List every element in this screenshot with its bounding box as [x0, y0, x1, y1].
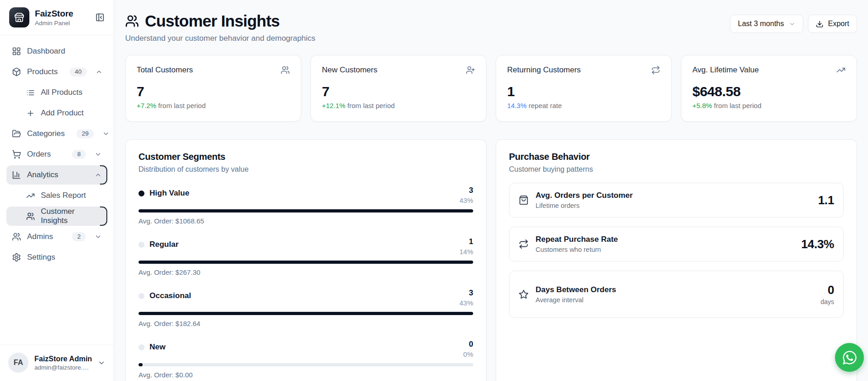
main-content: Customer Insights Understand your custom… [114, 0, 868, 381]
stat-delta-suffix: from last period [345, 102, 395, 109]
chevron-down-icon [789, 21, 796, 27]
sidebar-header: FaizStore Admin Panel [0, 0, 114, 35]
segment-avg-order: Avg. Order: $182.64 [138, 320, 473, 327]
segment-count: 1 [459, 237, 473, 246]
sidebar-item-label: Products [27, 67, 58, 76]
users-icon [26, 212, 35, 221]
stat-value: 1 [507, 84, 660, 99]
products-count-badge: 40 [70, 67, 87, 76]
behavior-sublabel: Customers who return [536, 246, 794, 253]
package-icon [12, 67, 21, 76]
users-icon [281, 65, 290, 75]
stat-value: 7 [322, 84, 475, 99]
stat-value: $648.58 [692, 84, 846, 99]
segment-dot [138, 190, 144, 196]
behavior-value: 0 [820, 283, 834, 297]
stat-delta: +7.2% [137, 102, 156, 109]
sidebar-item-admins[interactable]: Admins 2 [6, 227, 107, 246]
date-range-value: Last 3 months [738, 20, 784, 28]
stat-delta: +12.1% [322, 102, 345, 109]
segment-percent: 0% [463, 350, 473, 358]
user-plus-icon [466, 65, 475, 75]
stat-delta-suffix: from last period [156, 102, 206, 109]
sidebar-item-settings[interactable]: Settings [6, 248, 107, 267]
behavior-row-days-between: Days Between Orders Average interval 0 d… [509, 271, 844, 318]
stat-card-avg-lifetime-value: Avg. Lifetime Value $648.58 +5.8% from l… [681, 55, 857, 122]
segment-name: New [149, 343, 166, 352]
segment-count: 3 [459, 288, 473, 298]
stats-row: Total Customers 7 +7.2% from last period… [125, 55, 857, 122]
stat-delta-suffix: repeat rate [527, 102, 562, 109]
stat-delta: 14.3% [507, 102, 527, 109]
segment-name: Occasional [149, 291, 191, 300]
trending-up-icon [26, 191, 35, 200]
sidebar-collapse-button[interactable] [94, 12, 105, 23]
segment-count: 0 [463, 340, 473, 349]
behavior-sublabel: Lifetime orders [536, 202, 811, 209]
sidebar-item-categories[interactable]: Categories 29 [6, 124, 107, 143]
sidebar-item-all-products[interactable]: All Products [6, 83, 107, 102]
chevron-down-icon [94, 151, 102, 158]
sidebar-item-products[interactable]: Products 40 [6, 62, 107, 82]
segment-bar [138, 312, 473, 315]
bar-chart-icon [12, 170, 21, 180]
store-logo [9, 7, 29, 27]
chevron-down-icon [94, 233, 102, 240]
categories-count-badge: 29 [77, 129, 94, 138]
behavior-label: Avg. Orders per Customer [536, 191, 811, 200]
store-icon [14, 12, 24, 22]
sidebar-item-label: All Products [41, 88, 83, 97]
list-icon [26, 88, 35, 97]
orders-count-badge: 8 [72, 150, 86, 159]
sidebar-item-orders[interactable]: Orders 8 [6, 145, 107, 164]
app-name: FaizStore [35, 9, 89, 19]
sidebar-item-customer-insights[interactable]: Customer Insights [6, 207, 107, 226]
segment-bar [138, 261, 473, 264]
segment-avg-order: Avg. Order: $1068.65 [138, 217, 473, 225]
export-button[interactable]: Export [808, 15, 857, 33]
folder-icon [12, 129, 21, 138]
repeat-icon [651, 65, 660, 75]
panel-title: Customer Segments [138, 152, 473, 162]
segment-avg-order: Avg. Order: $267.30 [138, 268, 473, 276]
segment-row-occasional: Occasional 3 43% Avg. Order: $182.64 [138, 288, 473, 327]
segment-percent: 43% [459, 196, 473, 204]
dashboard-grid-icon [12, 47, 21, 56]
behavior-row-avg-orders: Avg. Orders per Customer Lifetime orders… [509, 183, 844, 218]
sidebar-item-analytics[interactable]: Analytics [6, 165, 107, 185]
chevron-up-icon [94, 171, 102, 179]
behavior-label: Repeat Purchase Rate [536, 235, 794, 244]
sidebar: FaizStore Admin Panel Dashboard Products… [0, 0, 114, 381]
stat-label: Total Customers [137, 65, 193, 75]
segment-avg-order: Avg. Order: $0.00 [138, 371, 473, 379]
stat-label: Returning Customers [507, 65, 581, 75]
sidebar-item-label: Settings [27, 253, 55, 262]
users-icon [12, 232, 21, 241]
sidebar-item-sales-report[interactable]: Sales Report [6, 186, 107, 205]
whatsapp-button[interactable] [835, 343, 864, 372]
chevron-down-icon [98, 359, 105, 367]
stat-label: New Customers [322, 65, 377, 75]
segment-dot [138, 344, 144, 350]
behavior-label: Days Between Orders [536, 285, 813, 294]
gear-icon [12, 253, 21, 262]
sidebar-item-dashboard[interactable]: Dashboard [6, 42, 107, 61]
account-menu[interactable]: FA FaizStore Admin admin@faizstore.c... [0, 345, 114, 381]
stat-card-returning-customers: Returning Customers 1 14.3% repeat rate [496, 55, 672, 122]
sidebar-item-label: Categories [27, 129, 65, 138]
date-range-select[interactable]: Last 3 months [730, 15, 803, 33]
users-icon [125, 14, 139, 28]
stat-delta: +5.8% [692, 102, 712, 109]
stat-delta-suffix: from last period [712, 102, 762, 109]
segment-count: 3 [459, 186, 473, 195]
chevron-up-icon [95, 68, 103, 76]
user-email: admin@faizstore.c... [34, 364, 89, 371]
sidebar-item-add-product[interactable]: Add Product [6, 103, 107, 123]
sidebar-nav: Dashboard Products 40 All Products Add P… [0, 35, 114, 272]
customer-segments-panel: Customer Segments Distribution of custom… [125, 139, 487, 381]
segment-bar [138, 209, 473, 212]
star-icon [519, 289, 529, 299]
whatsapp-icon [842, 350, 857, 365]
segment-bar [138, 363, 473, 366]
segment-dot [138, 242, 144, 248]
